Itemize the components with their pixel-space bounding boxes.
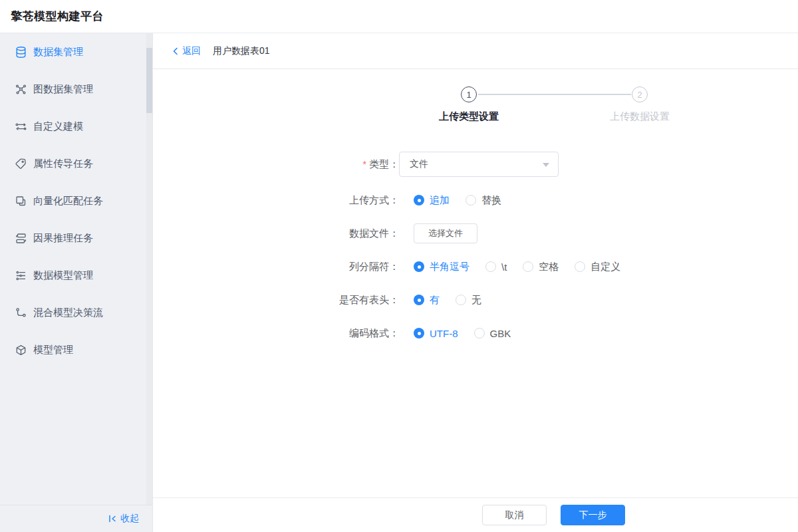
type-select-value: 文件 bbox=[410, 158, 428, 170]
app-header: 擎苍模型构建平台 bbox=[0, 0, 798, 33]
step-2-label: 上传数据设置 bbox=[610, 110, 670, 123]
sidebar-item-label: 图数据集管理 bbox=[33, 83, 93, 96]
sidebar-item-hybrid-decision-flow[interactable]: 混合模型决策流 bbox=[0, 294, 152, 331]
form-row-has-header: 是否有表头： 有 无 bbox=[153, 283, 798, 317]
radio-comma[interactable]: 半角逗号 bbox=[414, 261, 469, 273]
sidebar-item-data-model-management[interactable]: 数据模型管理 bbox=[0, 257, 152, 294]
form-row-data-file: 数据文件： 选择文件 bbox=[153, 217, 798, 250]
caret-down-icon bbox=[543, 163, 549, 167]
sidebar: 数据集管理 图数据集管理 bbox=[0, 33, 153, 532]
step-1-label: 上传类型设置 bbox=[439, 110, 499, 123]
stacked-blocks-icon bbox=[15, 232, 27, 245]
radio-dot-icon bbox=[466, 195, 476, 205]
step-2-circle: 2 bbox=[632, 86, 648, 102]
cancel-button[interactable]: 取消 bbox=[482, 505, 547, 525]
radio-header-no[interactable]: 无 bbox=[456, 294, 481, 307]
sidebar-footer: 收起 bbox=[0, 505, 152, 532]
has-header-radio-group: 有 无 bbox=[414, 294, 497, 307]
radio-dot-icon bbox=[414, 195, 424, 205]
choose-file-button[interactable]: 选择文件 bbox=[414, 223, 477, 243]
radio-dot-icon bbox=[456, 295, 466, 305]
delimiter-radio-group: 半角逗号 \t 空格 自定义 bbox=[414, 261, 636, 273]
back-label: 返回 bbox=[182, 45, 201, 57]
tag-icon bbox=[15, 158, 27, 170]
sidebar-item-model-management[interactable]: 模型管理 bbox=[0, 331, 152, 368]
branch-icon bbox=[15, 307, 27, 319]
footer-action-bar: 取消 下一步 bbox=[153, 497, 798, 532]
encoding-label: 编码格式： bbox=[153, 327, 399, 340]
sidebar-item-attribute-task[interactable]: 属性传导任务 bbox=[0, 145, 152, 182]
radio-dot-icon bbox=[474, 328, 485, 338]
has-header-label: 是否有表头： bbox=[153, 294, 399, 307]
radio-header-yes[interactable]: 有 bbox=[414, 294, 440, 307]
upload-mode-radio-group: 追加 替换 bbox=[414, 194, 517, 207]
radio-append[interactable]: 追加 bbox=[414, 194, 450, 207]
back-button[interactable]: 返回 bbox=[172, 45, 201, 57]
radio-dot-icon bbox=[523, 261, 533, 272]
next-step-button[interactable]: 下一步 bbox=[561, 505, 625, 525]
main-panel: 返回 用户数据表01 1 2 上传类型设置 上传数据设置 *类型： 文件 bbox=[153, 33, 798, 532]
database-icon bbox=[15, 46, 27, 59]
sidebar-collapse-button[interactable]: 收起 bbox=[108, 513, 139, 525]
delimiter-label: 列分隔符： bbox=[153, 261, 399, 273]
radio-utf8[interactable]: UTF-8 bbox=[414, 328, 458, 339]
breadcrumb: 返回 用户数据表01 bbox=[153, 33, 798, 69]
radio-gbk[interactable]: GBK bbox=[474, 328, 511, 339]
collapse-left-icon bbox=[108, 514, 117, 523]
form-row-encoding: 编码格式： UTF-8 GBK bbox=[153, 317, 798, 350]
custom-flow-icon bbox=[15, 120, 27, 133]
sidebar-scrollbar-track bbox=[146, 33, 152, 505]
cube-icon bbox=[15, 344, 27, 356]
radio-tab[interactable]: \t bbox=[485, 261, 507, 273]
radio-replace[interactable]: 替换 bbox=[466, 194, 501, 207]
sidebar-item-label: 因果推理任务 bbox=[33, 232, 93, 245]
form-row-delimiter: 列分隔符： 半角逗号 \t 空格 bbox=[153, 250, 798, 283]
radio-dot-icon bbox=[414, 295, 424, 305]
radio-custom[interactable]: 自定义 bbox=[575, 261, 620, 273]
step-connector-line bbox=[478, 94, 631, 95]
radio-dot-icon bbox=[485, 261, 496, 272]
chevron-left-icon bbox=[172, 47, 180, 55]
sidebar-nav: 数据集管理 图数据集管理 bbox=[0, 33, 152, 368]
sidebar-item-causal-task[interactable]: 因果推理任务 bbox=[0, 219, 152, 257]
encoding-radio-group: UTF-8 GBK bbox=[414, 328, 527, 339]
radio-dot-icon bbox=[575, 261, 585, 272]
sidebar-item-label: 数据集管理 bbox=[33, 46, 83, 59]
form-row-upload-mode: 上传方式： 追加 替换 bbox=[153, 184, 798, 217]
sliders-list-icon bbox=[15, 269, 27, 282]
sidebar-item-label: 属性传导任务 bbox=[33, 158, 93, 170]
radio-space[interactable]: 空格 bbox=[523, 261, 559, 273]
sidebar-item-label: 自定义建模 bbox=[33, 120, 83, 133]
sidebar-item-label: 模型管理 bbox=[33, 344, 73, 356]
page-title: 用户数据表01 bbox=[213, 45, 270, 57]
sidebar-item-label: 数据模型管理 bbox=[33, 269, 93, 282]
sidebar-item-vector-match-task[interactable]: 向量化匹配任务 bbox=[0, 182, 152, 219]
type-label: *类型： bbox=[153, 158, 399, 171]
data-file-label: 数据文件： bbox=[153, 227, 399, 240]
sidebar-item-label: 混合模型决策流 bbox=[33, 307, 103, 319]
copy-icon bbox=[15, 195, 27, 207]
radio-dot-icon bbox=[414, 261, 424, 272]
sidebar-item-graph-dataset[interactable]: 图数据集管理 bbox=[0, 70, 152, 108]
sidebar-scrollbar-thumb[interactable] bbox=[146, 48, 152, 113]
app-title: 擎苍模型构建平台 bbox=[11, 9, 104, 24]
sidebar-item-label: 向量化匹配任务 bbox=[33, 195, 103, 207]
content-area: 1 2 上传类型设置 上传数据设置 *类型： 文件 上传方式： bbox=[153, 69, 798, 497]
upload-mode-label: 上传方式： bbox=[153, 194, 399, 207]
form-row-type: *类型： 文件 bbox=[153, 151, 798, 178]
collapse-label: 收起 bbox=[120, 513, 139, 525]
sidebar-item-dataset-management[interactable]: 数据集管理 bbox=[0, 33, 152, 70]
required-marker: * bbox=[363, 159, 366, 170]
stepper: 1 2 上传类型设置 上传数据设置 bbox=[153, 69, 798, 151]
type-select[interactable]: 文件 bbox=[399, 152, 559, 177]
step-1-circle: 1 bbox=[461, 86, 477, 102]
radio-dot-icon bbox=[414, 328, 424, 338]
sidebar-item-custom-modeling[interactable]: 自定义建模 bbox=[0, 108, 152, 145]
graph-network-icon bbox=[15, 83, 27, 96]
